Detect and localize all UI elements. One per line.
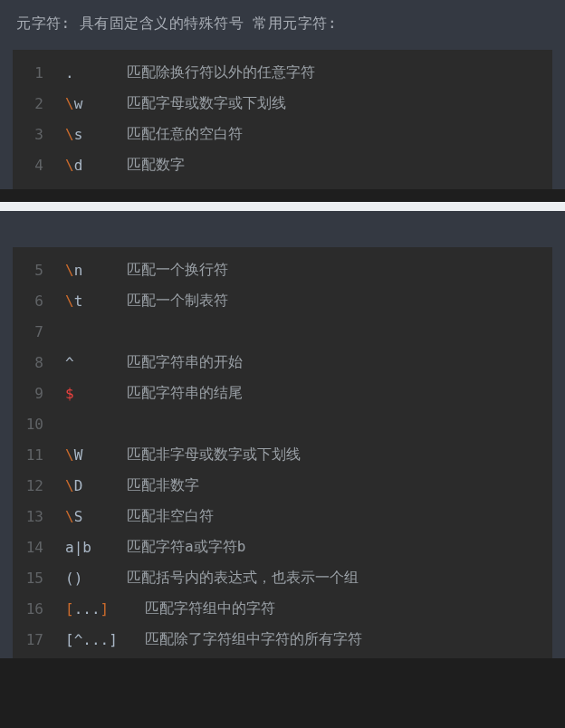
line-number: 3 <box>13 126 53 143</box>
line-number: 6 <box>13 292 53 310</box>
line-number: 15 <box>13 570 53 587</box>
code-line: 12\D匹配非数字 <box>13 470 552 501</box>
meta-symbol: . <box>53 64 127 81</box>
meta-description: 匹配非空白符 <box>127 507 214 526</box>
line-number: 1 <box>13 64 53 81</box>
meta-description: 匹配字符串的开始 <box>127 353 243 372</box>
meta-description: 匹配字符串的结尾 <box>127 384 243 403</box>
meta-description: 匹配除换行符以外的任意字符 <box>127 63 315 82</box>
line-number: 8 <box>13 354 53 371</box>
meta-description: 匹配除了字符组中字符的所有字符 <box>127 630 362 649</box>
meta-symbol: \S <box>53 508 127 525</box>
meta-symbol: \D <box>53 477 127 494</box>
meta-symbol: a|b <box>53 539 127 556</box>
code-line: 8^匹配字符串的开始 <box>13 347 552 378</box>
line-number: 14 <box>13 539 53 556</box>
code-line: 1.匹配除换行符以外的任意字符 <box>13 57 552 88</box>
code-line: 7 <box>13 316 552 347</box>
code-line: 3\s匹配任意的空白符 <box>13 119 552 149</box>
meta-symbol: \d <box>53 157 127 174</box>
line-number: 2 <box>13 95 53 112</box>
meta-description: 匹配数字 <box>127 156 185 175</box>
code-line: 9$匹配字符串的结尾 <box>13 378 552 408</box>
line-number: 4 <box>13 157 53 174</box>
line-number: 7 <box>13 323 53 340</box>
meta-symbol: \n <box>53 262 127 279</box>
line-number: 9 <box>13 385 53 402</box>
line-number: 13 <box>13 508 53 525</box>
separator-band <box>0 202 565 211</box>
meta-symbol: () <box>53 570 127 587</box>
meta-symbol: $ <box>53 385 127 402</box>
code-line: 4\d匹配数字 <box>13 149 552 180</box>
section-heading: 元字符: 具有固定含义的特殊符号 常用元字符: <box>0 0 565 50</box>
code-line: 10 <box>13 408 552 439</box>
meta-symbol: ^ <box>53 354 127 371</box>
line-number: 5 <box>13 262 53 279</box>
meta-description: 匹配非字母或数字或下划线 <box>127 445 301 465</box>
meta-symbol: \s <box>53 126 127 143</box>
meta-description: 匹配非数字 <box>127 476 199 495</box>
meta-symbol: [...] <box>53 600 127 618</box>
meta-symbol: \W <box>53 446 127 464</box>
line-number: 12 <box>13 477 53 494</box>
line-number: 11 <box>13 446 53 464</box>
code-block-1: 1.匹配除换行符以外的任意字符2\w匹配字母或数字或下划线3\s匹配任意的空白符… <box>13 50 552 189</box>
meta-symbol: \t <box>53 292 127 310</box>
meta-symbol: \w <box>53 95 127 112</box>
meta-description: 匹配字符a或字符b <box>127 538 245 557</box>
code-line: 13\S匹配非空白符 <box>13 501 552 532</box>
code-line: 15()匹配括号内的表达式，也表示一个组 <box>13 562 552 593</box>
code-line: 5\n匹配一个换行符 <box>13 254 552 285</box>
code-line: 16[...]匹配字符组中的字符 <box>13 593 552 624</box>
line-number: 10 <box>13 416 53 433</box>
code-line: 11\W匹配非字母或数字或下划线 <box>13 439 552 470</box>
meta-symbol: [^...] <box>53 631 127 648</box>
code-block-2: 5\n匹配一个换行符6\t匹配一个制表符78^匹配字符串的开始9$匹配字符串的结… <box>13 247 552 658</box>
code-line: 2\w匹配字母或数字或下划线 <box>13 88 552 119</box>
gap-band <box>0 211 565 247</box>
line-number: 16 <box>13 600 53 618</box>
meta-description: 匹配任意的空白符 <box>127 125 243 144</box>
code-line: 6\t匹配一个制表符 <box>13 285 552 316</box>
line-number: 17 <box>13 631 53 648</box>
meta-description: 匹配括号内的表达式，也表示一个组 <box>127 569 359 588</box>
meta-description: 匹配一个换行符 <box>127 261 228 280</box>
meta-description: 匹配字母或数字或下划线 <box>127 94 286 113</box>
meta-description: 匹配字符组中的字符 <box>127 599 275 618</box>
code-line: 14a|b匹配字符a或字符b <box>13 532 552 562</box>
meta-description: 匹配一个制表符 <box>127 292 228 311</box>
code-line: 17[^...]匹配除了字符组中字符的所有字符 <box>13 624 552 655</box>
